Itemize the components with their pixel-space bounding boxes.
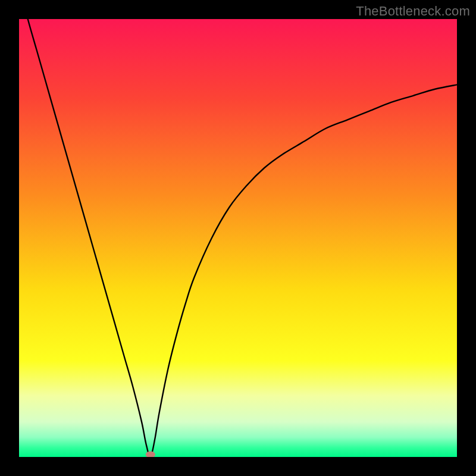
plot-area	[19, 19, 457, 457]
bottleneck-curve	[19, 19, 457, 457]
attribution-text: TheBottleneck.com	[356, 4, 470, 19]
curve-layer	[19, 19, 457, 457]
chart-frame: TheBottleneck.com	[0, 0, 476, 476]
minimum-marker	[146, 452, 155, 458]
